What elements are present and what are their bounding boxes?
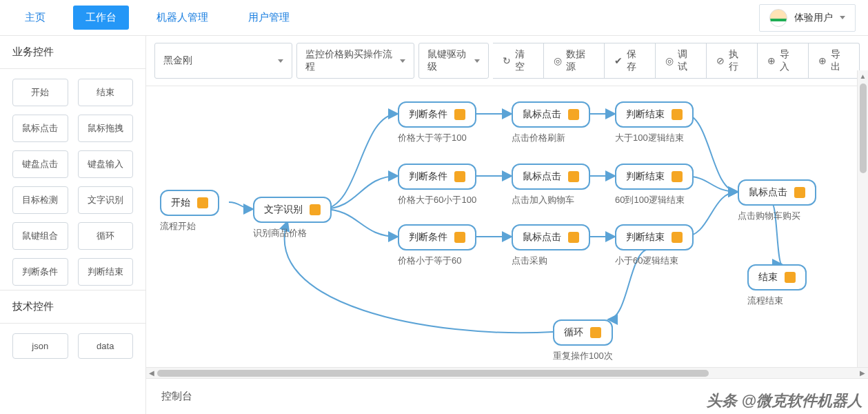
flow-node-box[interactable]: 判断结束 [615, 101, 694, 128]
flow-node-label: 鼠标点击 [523, 231, 561, 244]
flow-node-click2[interactable]: 鼠标点击点击加入购物车 [512, 164, 590, 206]
node-handle-icon[interactable] [568, 232, 579, 243]
node-handle-icon[interactable] [672, 232, 683, 243]
node-handle-icon[interactable] [672, 109, 683, 120]
flow-node-cond1[interactable]: 判断条件价格大于等于100 [398, 101, 476, 144]
clear-button[interactable]: ↻ 清空 [493, 43, 544, 79]
flow-node-box[interactable]: 判断条件 [398, 164, 476, 190]
flow-node-box[interactable]: 鼠标点击 [738, 179, 816, 206]
biz-node-7[interactable]: 文字识别 [78, 186, 134, 214]
biz-node-0[interactable]: 开始 [12, 79, 68, 106]
save-button[interactable]: ✔ 保存 [605, 43, 656, 79]
flow-node-caption: 价格大于等于100 [398, 132, 476, 144]
flow-node-box[interactable]: 判断结束 [615, 164, 694, 190]
tech-node-0[interactable]: json [12, 333, 68, 359]
biz-node-2[interactable]: 鼠标点击 [12, 115, 68, 142]
node-handle-icon[interactable] [454, 109, 465, 120]
flow-node-label: 文字识别 [264, 204, 303, 216]
flow-select[interactable]: 监控价格购买操作流程 [296, 43, 414, 79]
sidebar-tech-header[interactable]: 技术控件 [0, 290, 145, 324]
nav-item-1[interactable]: 工作台 [73, 6, 129, 30]
database-icon: ◎ [554, 55, 562, 66]
node-handle-icon[interactable] [568, 109, 579, 120]
node-handle-icon[interactable] [454, 171, 465, 182]
flow-node-end3[interactable]: 判断结束小于60逻辑结束 [615, 224, 694, 267]
robot-select[interactable]: 黑金刚 [154, 43, 292, 79]
flow-node-box[interactable]: 结束 [747, 264, 807, 290]
nav-item-3[interactable]: 用户管理 [236, 6, 302, 30]
biz-node-11[interactable]: 判断结束 [78, 258, 134, 286]
scroll-up-icon[interactable]: ▲ [858, 70, 868, 82]
biz-node-3[interactable]: 鼠标拖拽 [78, 115, 134, 142]
import-button[interactable]: ⊕ 导入 [758, 43, 809, 79]
datasource-button[interactable]: ◎ 数据源 [544, 43, 605, 79]
flow-node-click3[interactable]: 鼠标点击点击采购 [512, 224, 590, 267]
tech-node-1[interactable]: data [78, 333, 134, 359]
import-label: 导入 [780, 48, 798, 73]
flow-node-end[interactable]: 结束流程结束 [747, 264, 807, 307]
flow-node-label: 鼠标点击 [523, 108, 561, 121]
flow-node-end2[interactable]: 判断结束60到100逻辑结束 [615, 164, 694, 206]
h-scroll-thumb[interactable] [157, 370, 709, 377]
biz-node-1[interactable]: 结束 [78, 79, 134, 106]
node-handle-icon[interactable] [785, 272, 796, 283]
sidebar-biz-header[interactable]: 业务控件 [0, 36, 145, 69]
user-menu[interactable]: 体验用户 [759, 4, 856, 32]
flow-node-box[interactable]: 鼠标点击 [512, 224, 590, 250]
mode-select[interactable]: 鼠键驱动级 [418, 43, 489, 79]
flow-node-label: 判断条件 [409, 170, 447, 183]
flow-node-loop[interactable]: 循环重复操作100次 [553, 319, 613, 362]
top-nav: 主页工作台机器人管理用户管理 体验用户 [0, 0, 868, 36]
flow-select-value: 监控价格购买操作流程 [305, 48, 400, 73]
flow-node-click1[interactable]: 鼠标点击点击价格刷新 [512, 101, 590, 144]
biz-node-4[interactable]: 键盘点击 [12, 150, 68, 178]
biz-node-5[interactable]: 键盘输入 [78, 150, 134, 178]
flow-node-click4[interactable]: 鼠标点击点击购物车购买 [738, 179, 816, 222]
node-handle-icon[interactable] [454, 232, 465, 243]
user-label: 体验用户 [794, 12, 833, 24]
canvas-v-scrollbar[interactable]: ▲ [857, 70, 868, 367]
flow-node-label: 结束 [758, 271, 778, 284]
node-handle-icon[interactable] [672, 171, 683, 182]
nav-item-2[interactable]: 机器人管理 [144, 6, 221, 30]
console-header[interactable]: 控制台 [146, 378, 868, 414]
flow-canvas[interactable]: 开始流程开始文字识别识别商品价格判断条件价格大于等于100判断条件价格大于60小… [146, 86, 868, 367]
console-label: 控制台 [161, 390, 192, 402]
flow-node-start[interactable]: 开始流程开始 [160, 190, 219, 233]
flow-node-caption: 流程开始 [160, 220, 219, 233]
flow-node-box[interactable]: 鼠标点击 [512, 164, 590, 190]
flow-node-ocr[interactable]: 文字识别识别商品价格 [253, 197, 332, 239]
scroll-left-icon[interactable]: ◀ [146, 369, 157, 377]
export-button[interactable]: ⊕ 导出 [809, 43, 860, 79]
flow-node-box[interactable]: 开始 [160, 190, 219, 216]
scroll-right-icon[interactable]: ▶ [857, 369, 868, 377]
flow-node-box[interactable]: 循环 [553, 319, 613, 346]
node-handle-icon[interactable] [794, 187, 805, 198]
flow-node-box[interactable]: 判断条件 [398, 224, 476, 250]
refresh-icon: ↻ [503, 55, 511, 66]
canvas-h-scrollbar[interactable]: ◀ ▶ [146, 367, 868, 378]
biz-node-9[interactable]: 循环 [78, 222, 134, 250]
node-handle-icon[interactable] [310, 204, 321, 215]
biz-node-8[interactable]: 鼠键组合 [12, 222, 68, 250]
node-handle-icon[interactable] [197, 197, 208, 208]
flow-node-cond2[interactable]: 判断条件价格大于60小于100 [398, 164, 476, 206]
flow-node-box[interactable]: 文字识别 [253, 197, 332, 223]
edge-start-ocr [229, 202, 253, 209]
node-handle-icon[interactable] [568, 171, 579, 182]
clear-label: 清空 [515, 48, 534, 73]
flow-node-box[interactable]: 鼠标点击 [512, 101, 590, 128]
v-scroll-thumb[interactable] [860, 83, 867, 173]
biz-node-10[interactable]: 判断条件 [12, 258, 68, 286]
debug-button[interactable]: ◎ 调试 [656, 43, 707, 79]
sidebar: 业务控件 开始结束鼠标点击鼠标拖拽键盘点击键盘输入目标检测文字识别鼠键组合循环判… [0, 36, 146, 414]
nav-item-0[interactable]: 主页 [12, 6, 58, 30]
run-button[interactable]: ⊘ 执行 [707, 43, 758, 79]
node-handle-icon[interactable] [590, 327, 601, 338]
flow-node-cond3[interactable]: 判断条件价格小于等于60 [398, 224, 476, 267]
flow-node-box[interactable]: 判断结束 [615, 224, 694, 250]
flow-node-box[interactable]: 判断条件 [398, 101, 476, 128]
flow-node-end1[interactable]: 判断结束大于100逻辑结束 [615, 101, 694, 144]
flow-node-label: 判断条件 [409, 108, 447, 121]
biz-node-6[interactable]: 目标检测 [12, 186, 68, 214]
